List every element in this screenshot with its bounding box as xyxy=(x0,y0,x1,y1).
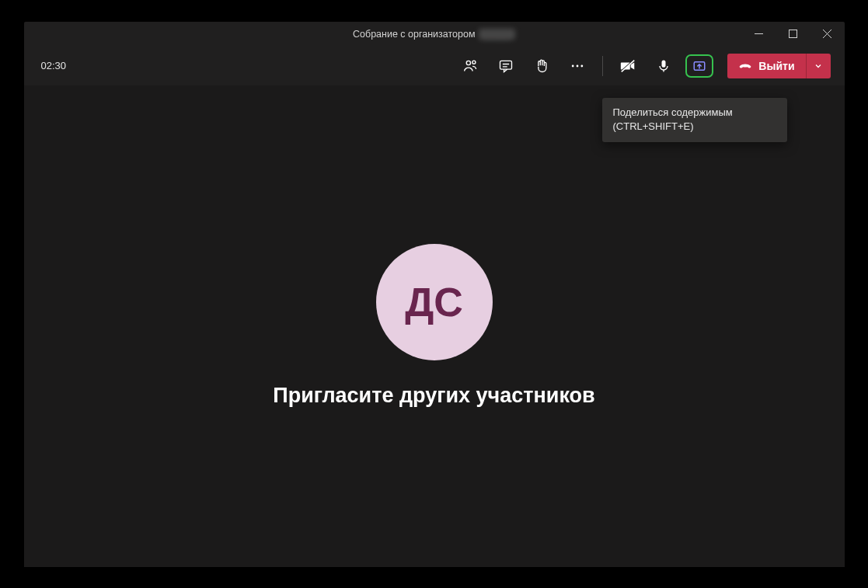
leave-dropdown-button[interactable] xyxy=(806,54,831,78)
invite-message: Пригласите других участников xyxy=(273,384,594,408)
leave-label: Выйти xyxy=(758,60,794,72)
hangup-icon xyxy=(738,59,752,73)
minimize-button[interactable] xyxy=(742,22,776,47)
svg-rect-0 xyxy=(790,30,797,38)
meeting-toolbar: 02:30 xyxy=(24,47,845,85)
toolbar-actions: Выйти xyxy=(455,52,830,80)
maximize-button[interactable] xyxy=(776,22,810,47)
maximize-icon xyxy=(789,30,797,38)
microphone-button[interactable] xyxy=(648,52,679,80)
meeting-stage: ДС Пригласите других участников xyxy=(24,85,845,567)
svg-rect-3 xyxy=(500,61,512,69)
people-icon xyxy=(462,57,479,74)
toolbar-separator xyxy=(602,56,603,76)
participant-avatar: ДС xyxy=(376,244,493,360)
svg-point-6 xyxy=(581,64,584,67)
meeting-window: Собрание с организатором ████ 02:30 xyxy=(24,22,845,567)
share-content-button[interactable] xyxy=(684,52,715,80)
close-icon xyxy=(823,30,831,38)
share-tooltip: Поделиться содержимым (CTRL+SHIFT+E) xyxy=(602,98,787,143)
call-timer: 02:30 xyxy=(41,60,67,71)
more-icon xyxy=(570,58,585,74)
window-title: Собрание с организатором ████ xyxy=(353,29,515,40)
leave-button-group: Выйти xyxy=(727,54,830,78)
svg-rect-7 xyxy=(662,60,666,67)
title-prefix: Собрание с организатором xyxy=(353,29,476,40)
tooltip-line1: Поделиться содержимым xyxy=(613,106,776,120)
avatar-initials: ДС xyxy=(405,279,463,325)
chat-button[interactable] xyxy=(490,52,521,80)
mic-icon xyxy=(656,58,671,74)
chat-icon xyxy=(498,58,514,74)
share-icon xyxy=(692,59,706,73)
leave-button[interactable]: Выйти xyxy=(727,54,805,78)
minimize-icon xyxy=(755,30,763,38)
titlebar: Собрание с организатором ████ xyxy=(24,22,845,47)
svg-point-4 xyxy=(572,64,574,67)
window-controls xyxy=(742,22,845,47)
svg-point-5 xyxy=(577,64,579,67)
svg-point-1 xyxy=(466,61,470,64)
raise-hand-button[interactable] xyxy=(526,52,557,80)
participants-button[interactable] xyxy=(455,52,486,80)
organizer-name-hidden: ████ xyxy=(479,29,515,40)
chevron-down-icon xyxy=(814,61,823,71)
tooltip-line2: (CTRL+SHIFT+E) xyxy=(613,120,776,134)
share-highlight-box xyxy=(685,54,713,78)
camera-button[interactable] xyxy=(612,52,643,80)
close-button[interactable] xyxy=(810,22,845,47)
hand-icon xyxy=(534,58,549,74)
svg-point-2 xyxy=(472,61,476,64)
camera-off-icon xyxy=(619,57,636,75)
more-actions-button[interactable] xyxy=(562,52,593,80)
